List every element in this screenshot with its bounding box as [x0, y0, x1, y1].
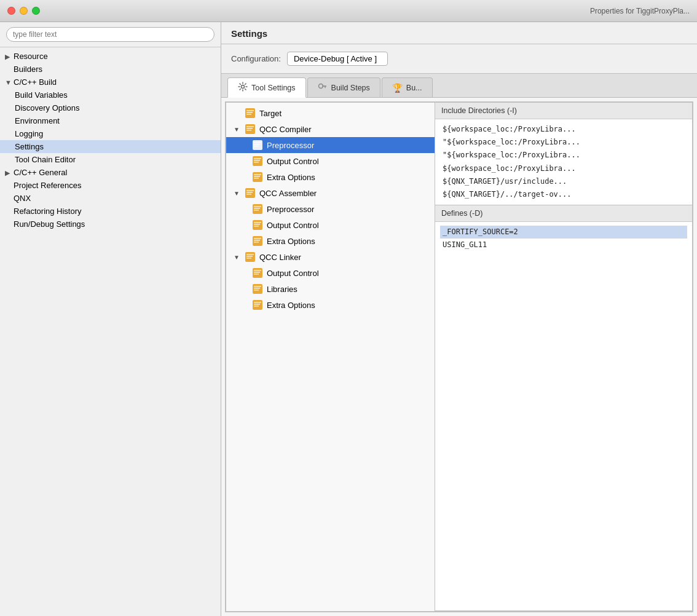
sidebar-item-cpp-general[interactable]: ▶ C/C++ General	[0, 166, 221, 179]
tool-node-icon	[252, 219, 263, 231]
tool-tree-item-output-control[interactable]: Output Control	[226, 153, 435, 169]
tool-tree-item-extra-options3[interactable]: Extra Options	[226, 297, 435, 313]
config-dropdown[interactable]: Device-Debug [ Active ]	[287, 52, 388, 66]
svg-rect-2	[245, 108, 255, 118]
tool-node-icon	[245, 108, 256, 119]
svg-rect-41	[246, 258, 251, 259]
tool-node-icon	[252, 235, 263, 247]
svg-rect-40	[246, 256, 253, 257]
page-title: Settings	[231, 28, 267, 39]
sidebar-item-label: Builders	[14, 65, 42, 74]
props-panel: Include Directories (-I) ${workspace_loc…	[435, 103, 692, 611]
svg-rect-32	[254, 224, 260, 225]
sidebar-item-build-variables[interactable]: Build Variables	[0, 89, 221, 101]
tool-tree-item-extra-options2[interactable]: Extra Options	[226, 233, 435, 249]
window-buttons	[7, 7, 40, 15]
tab-bu[interactable]: 🏆Bu...	[382, 77, 433, 97]
tool-tree-item-preprocessor2[interactable]: Preprocessor	[226, 201, 435, 217]
defines-header: Defines (-D)	[435, 205, 692, 222]
svg-rect-12	[254, 144, 260, 145]
svg-rect-48	[254, 288, 260, 289]
sidebar-item-settings[interactable]: Settings	[0, 140, 221, 153]
tool-tree-item-preprocessor[interactable]: Preprocessor	[226, 137, 435, 153]
define-item: USING_GL11	[440, 239, 687, 251]
content-header: Settings	[221, 22, 697, 44]
svg-rect-15	[254, 158, 261, 159]
sidebar-item-cpp-build[interactable]: ▼ C/C++ Build	[0, 76, 221, 89]
include-dirs-header: Include Directories (-I)	[435, 103, 692, 119]
arrow-icon: ▶	[5, 169, 14, 177]
sidebar-item-project-references[interactable]: Project References	[0, 179, 221, 192]
tool-tree-label: Output Control	[267, 269, 319, 278]
tab-tool-settings[interactable]: Tool Settings	[227, 77, 306, 98]
include-dir-item: ${workspace_loc:/ProxyLibra...	[440, 162, 687, 175]
svg-rect-26	[253, 204, 262, 214]
tool-tree-item-qcc-linker[interactable]: ▼ QCC Linker	[226, 249, 435, 265]
tool-settings-panel: Target▼ QCC Compiler Preprocessor Output…	[225, 101, 693, 612]
svg-rect-51	[254, 302, 261, 303]
tab-build-steps[interactable]: Build Steps	[307, 77, 380, 97]
svg-rect-5	[246, 114, 251, 115]
sidebar-item-logging[interactable]: Logging	[0, 127, 221, 140]
tab-label: Tool Settings	[251, 84, 296, 92]
tool-tree-label: Extra Options	[267, 237, 315, 246]
sidebar-item-run-debug-settings[interactable]: Run/Debug Settings	[0, 218, 221, 231]
sidebar-item-label: C/C++ Build	[14, 77, 57, 87]
maximize-button[interactable]	[32, 7, 40, 15]
tool-tree-item-output-control3[interactable]: Output Control	[226, 265, 435, 281]
svg-rect-3	[246, 110, 254, 111]
sidebar-item-label: Environment	[15, 116, 60, 125]
svg-rect-39	[246, 254, 254, 255]
svg-rect-53	[254, 306, 259, 307]
svg-rect-25	[246, 194, 251, 195]
include-dir-item: ${QNX_TARGET}/../target-ov...	[440, 188, 687, 201]
tool-tree-label: Extra Options	[267, 301, 315, 310]
tool-tree-item-libraries[interactable]: Libraries	[226, 281, 435, 297]
tool-tree-item-target[interactable]: Target	[226, 105, 435, 121]
sidebar-item-resource[interactable]: ▶ Resource	[0, 50, 221, 63]
tool-node-icon	[252, 172, 263, 183]
sidebar-item-tool-chain-editor[interactable]: Tool Chain Editor	[0, 153, 221, 166]
sidebar-item-refactoring-history[interactable]: Refactoring History	[0, 205, 221, 218]
sidebar-item-environment[interactable]: Environment	[0, 114, 221, 127]
filter-input[interactable]	[6, 27, 215, 42]
svg-rect-18	[253, 172, 262, 182]
sidebar-item-label: Project References	[14, 181, 82, 190]
tool-node-icon	[252, 283, 263, 294]
gear-icon	[238, 82, 248, 93]
svg-rect-17	[254, 162, 259, 163]
sidebar-item-builders[interactable]: Builders	[0, 63, 221, 76]
svg-rect-42	[253, 268, 262, 278]
sidebar-item-label: Refactoring History	[14, 207, 82, 216]
svg-rect-34	[253, 236, 262, 246]
svg-rect-38	[245, 252, 255, 262]
include-dir-item: ${QNX_TARGET}/usr/include...	[440, 175, 687, 188]
arrow-icon: ▼	[5, 79, 14, 86]
sidebar: ▶ Resource Builders▼ C/C++ BuildBuild Va…	[0, 22, 221, 616]
svg-rect-23	[246, 190, 254, 191]
svg-rect-9	[246, 130, 251, 131]
sidebar-item-discovery-options[interactable]: Discovery Options	[0, 101, 221, 114]
defines-section: Defines (-D) _FORTIFY_SOURCE=2USING_GL11	[435, 205, 692, 611]
svg-rect-46	[253, 284, 262, 294]
include-dir-item: ${workspace_loc:/ProxyLibra...	[440, 123, 687, 136]
tool-tree-item-output-control2[interactable]: Output Control	[226, 217, 435, 233]
tool-tree-item-extra-options-compiler[interactable]: Extra Options	[226, 169, 435, 185]
tool-tree-label: Extra Options	[267, 173, 315, 182]
svg-rect-14	[253, 156, 262, 166]
minimize-button[interactable]	[20, 7, 28, 15]
svg-rect-33	[254, 226, 259, 227]
tool-tree-label: QCC Linker	[259, 253, 301, 262]
tool-tree-item-qcc-compiler[interactable]: ▼ QCC Compiler	[226, 121, 435, 137]
tool-tree-label: Output Control	[267, 157, 319, 166]
close-button[interactable]	[7, 7, 15, 15]
tool-tree-item-qcc-assembler[interactable]: ▼ QCC Assembler	[226, 185, 435, 201]
tool-tree: Target▼ QCC Compiler Preprocessor Output…	[226, 103, 435, 611]
config-label: Configuration:	[231, 54, 281, 63]
arrow-icon: ▶	[5, 53, 14, 61]
svg-rect-7	[246, 126, 254, 127]
sidebar-item-label: Settings	[15, 142, 44, 151]
tree: ▶ Resource Builders▼ C/C++ BuildBuild Va…	[0, 47, 221, 616]
svg-rect-24	[246, 192, 253, 193]
sidebar-item-qnx[interactable]: QNX	[0, 192, 221, 205]
